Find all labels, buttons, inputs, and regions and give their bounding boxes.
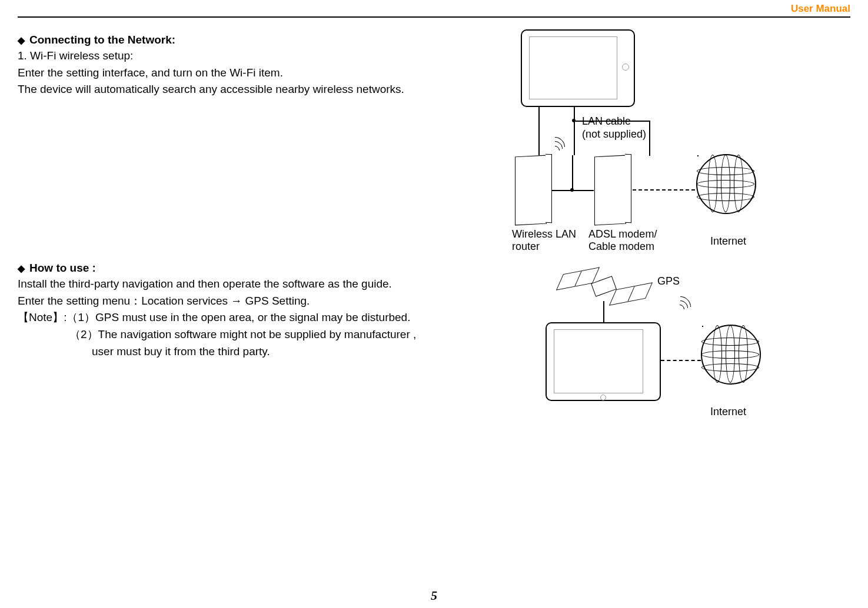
section-1-line-2: Enter the setting interface, and turn on… — [18, 66, 500, 81]
network-diagram: LAN cable (not supplied) Wireless LAN ro… — [515, 29, 774, 453]
router-side — [546, 154, 552, 223]
section-2-title: How to use : — [29, 262, 96, 275]
section-2-line-2: Enter the setting menu：Location services… — [18, 294, 500, 309]
satellite-icon — [556, 265, 650, 306]
tablet-device-icon — [546, 322, 661, 401]
internet-label-1: Internet — [710, 235, 746, 248]
globe-icon — [696, 154, 756, 214]
header-title: User Manual — [791, 3, 850, 15]
internet-label-2: Internet — [710, 406, 746, 418]
section-1-title: Connecting to the Network: — [29, 34, 175, 46]
section-1-line-3: The device will automatically search any… — [18, 82, 500, 97]
cable-modem-label: Cable modem — [588, 240, 654, 253]
globe-icon — [701, 325, 761, 385]
dashed-connector — [661, 360, 701, 361]
lan-cable-label: LAN cable — [582, 115, 631, 128]
router-icon — [515, 155, 547, 226]
diamond-bullet-icon: ◆ — [18, 35, 25, 46]
router-label: router — [512, 240, 540, 253]
section-2-heading: ◆ How to use : — [18, 262, 500, 275]
tablet-screen — [529, 36, 617, 99]
connector-line — [572, 155, 573, 189]
wifi-arc-icon — [666, 292, 696, 322]
section-2-line-3: 【Note】:（1）GPS must use in the open area,… — [18, 310, 500, 325]
main-content: ◆ Connecting to the Network: 1. Wi-Fi wi… — [18, 32, 500, 362]
tablet-camera — [622, 64, 629, 71]
section-2-line-4: （2）The navigation software might not be … — [18, 328, 500, 342]
connector-line — [538, 107, 540, 156]
adsl-label: ADSL modem/ — [588, 228, 657, 240]
diamond-bullet-icon: ◆ — [18, 263, 25, 274]
section-2-line-5: user must buy it from the third party. — [18, 345, 500, 359]
tablet-screen — [554, 329, 643, 393]
tablet-home-button — [600, 395, 606, 400]
dashed-connector — [633, 189, 695, 191]
connector-line — [649, 121, 650, 156]
header-divider — [18, 16, 850, 18]
section-2-line-1: Install the third-party navigation and t… — [18, 277, 500, 292]
modem-side — [625, 154, 631, 223]
connector-line — [603, 301, 604, 325]
wireless-lan-label: Wireless LAN — [512, 228, 576, 240]
tablet-device-icon — [521, 29, 635, 107]
gps-label: GPS — [657, 275, 680, 288]
connector-line — [574, 107, 575, 155]
page-number: 5 — [431, 588, 437, 603]
not-supplied-label: (not supplied) — [582, 128, 646, 141]
modem-icon — [594, 155, 626, 226]
section-1-heading: ◆ Connecting to the Network: — [18, 34, 500, 46]
section-1-line-1: 1. Wi-Fi wireless setup: — [18, 49, 500, 64]
